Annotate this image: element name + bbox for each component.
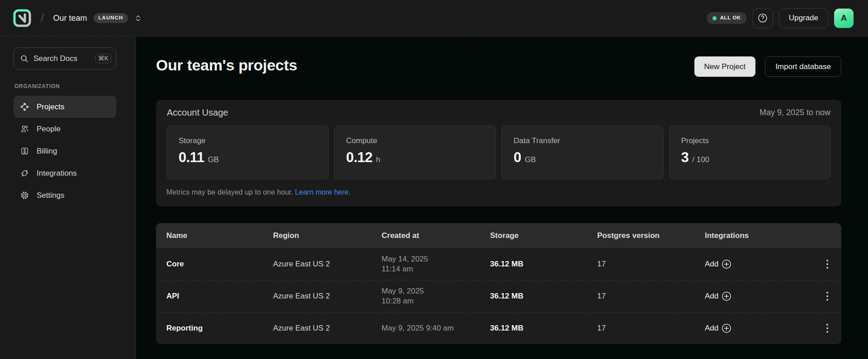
tile-value: 3	[681, 149, 689, 166]
search-label: Search Docs	[33, 54, 77, 63]
created-date: May 9, 2025	[382, 286, 490, 296]
main-content: Our team's projects New Project Import d…	[136, 37, 868, 359]
add-label: Add	[705, 260, 718, 269]
col-header-region: Region	[273, 231, 382, 240]
col-header-postgres-version: Postgres version	[597, 231, 705, 240]
sidebar-item-people[interactable]: People	[14, 118, 116, 140]
upgrade-button[interactable]: Upgrade	[779, 8, 828, 28]
page-title: Our team's projects	[156, 56, 297, 74]
created-date: May 9, 2025 9:40 am	[382, 323, 490, 333]
usage-footnote: Metrics may be delayed up to one hour. L…	[166, 188, 831, 196]
project-region: Azure East US 2	[273, 324, 382, 333]
tile-unit: / 100	[692, 155, 709, 164]
sidebar-section-label: ORGANIZATION	[14, 83, 136, 89]
tile-label: Data Transfer	[514, 136, 651, 145]
usage-tile-data-transfer: Data Transfer 0 GB	[501, 126, 664, 179]
table-row-core[interactable]: Core Azure East US 2 May 14, 2025 11:14 …	[156, 248, 841, 280]
search-input[interactable]: Search Docs ⌘K	[14, 47, 116, 70]
sidebar-item-label: Billing	[37, 147, 57, 156]
tile-value: 0.12	[346, 149, 373, 166]
col-header-created-at: Created at	[382, 231, 490, 240]
row-menu-kebab-icon[interactable]	[824, 256, 831, 272]
search-icon	[20, 54, 28, 63]
project-pg-version: 17	[597, 292, 705, 301]
table-header-row: Name Region Created at Storage Postgres …	[156, 223, 841, 248]
gear-icon	[20, 191, 29, 200]
usage-period: May 9, 2025 to now	[760, 108, 830, 117]
org-switcher[interactable]: Our team LAUNCH	[53, 13, 142, 23]
import-database-button[interactable]: Import database	[765, 56, 841, 77]
usage-tile-storage: Storage 0.11 GB	[166, 126, 329, 179]
learn-more-link[interactable]: Learn more here	[295, 188, 349, 196]
project-pg-version: 17	[597, 324, 705, 333]
status-badge[interactable]: ALL OK	[707, 12, 747, 24]
people-icon	[20, 124, 29, 134]
add-integration-button[interactable]: Add	[705, 291, 731, 301]
sidebar-item-settings[interactable]: Settings	[14, 184, 116, 206]
project-region: Azure East US 2	[273, 292, 382, 301]
project-name: Core	[166, 260, 273, 269]
project-pg-version: 17	[597, 260, 705, 269]
add-label: Add	[705, 324, 718, 333]
question-circle-icon	[757, 13, 768, 23]
plus-circle-icon	[722, 291, 731, 301]
row-menu-kebab-icon[interactable]	[824, 320, 831, 336]
chevron-updown-icon	[134, 14, 142, 22]
add-integration-button[interactable]: Add	[705, 259, 731, 269]
projects-table: Name Region Created at Storage Postgres …	[156, 223, 841, 344]
status-dot-icon	[712, 16, 717, 20]
row-menu-kebab-icon[interactable]	[824, 288, 831, 304]
tile-value: 0.11	[179, 149, 204, 166]
help-button[interactable]	[753, 8, 773, 28]
tile-value: 0	[514, 149, 521, 166]
sidebar-item-label: Integrations	[37, 169, 77, 178]
avatar[interactable]: A	[834, 9, 854, 28]
usage-tile-compute: Compute 0.12 h	[334, 126, 496, 179]
project-storage: 36.12 MB	[490, 260, 597, 269]
topbar: / Our team LAUNCH ALL OK U	[0, 0, 868, 37]
breadcrumb-slash: /	[41, 11, 44, 25]
plus-circle-icon	[722, 323, 731, 333]
projects-icon	[20, 102, 29, 112]
sidebar-item-label: Settings	[37, 191, 64, 200]
created-time: 11:14 am	[382, 264, 490, 274]
add-integration-button[interactable]: Add	[705, 323, 731, 333]
sidebar-item-label: People	[37, 125, 61, 134]
project-storage: 36.12 MB	[490, 292, 597, 301]
integrations-icon	[20, 168, 29, 178]
org-name: Our team	[53, 14, 87, 23]
sidebar-item-integrations[interactable]: Integrations	[14, 162, 116, 184]
table-row-api[interactable]: API Azure East US 2 May 9, 2025 10:28 am…	[156, 280, 841, 312]
sidebar-item-billing[interactable]: Billing	[14, 140, 116, 162]
sidebar: Search Docs ⌘K ORGANIZATION Projects	[0, 37, 136, 359]
usage-footnote-text: Metrics may be delayed up to one hour.	[166, 188, 295, 196]
search-shortcut: ⌘K	[95, 54, 111, 63]
project-created-at: May 9, 2025 10:28 am	[382, 286, 490, 306]
project-storage: 36.12 MB	[490, 324, 597, 333]
billing-icon	[20, 146, 29, 156]
tile-label: Compute	[346, 136, 484, 145]
tile-unit: GB	[208, 155, 219, 164]
sidebar-item-label: Projects	[37, 103, 64, 112]
add-label: Add	[705, 292, 718, 301]
neon-logo-icon[interactable]	[13, 9, 32, 28]
col-header-storage: Storage	[490, 231, 597, 240]
plan-badge: LAUNCH	[94, 13, 128, 23]
project-region: Azure East US 2	[273, 260, 382, 269]
tile-label: Projects	[681, 136, 819, 145]
table-row-reporting[interactable]: Reporting Azure East US 2 May 9, 2025 9:…	[156, 312, 841, 344]
account-usage-card: Account Usage May 9, 2025 to now Storage…	[156, 100, 841, 206]
sidebar-item-projects[interactable]: Projects	[14, 96, 116, 118]
project-created-at: May 9, 2025 9:40 am	[382, 323, 490, 333]
project-name: Reporting	[166, 324, 273, 333]
sidebar-nav: Projects People Billing	[14, 96, 116, 206]
created-date: May 14, 2025	[382, 254, 490, 264]
col-header-name: Name	[166, 231, 273, 240]
status-label: ALL OK	[720, 15, 741, 21]
tile-label: Storage	[179, 136, 316, 145]
col-header-integrations: Integrations	[705, 231, 810, 240]
usage-footnote-suffix: .	[349, 188, 350, 196]
usage-tile-projects: Projects 3 / 100	[669, 126, 831, 179]
tile-unit: h	[376, 155, 380, 164]
new-project-button[interactable]: New Project	[694, 56, 756, 77]
